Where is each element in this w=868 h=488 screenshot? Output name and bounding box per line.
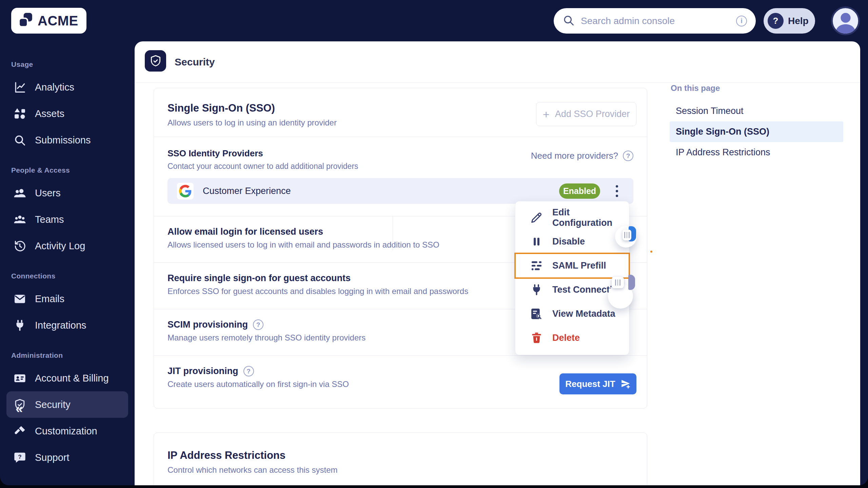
- on-this-page-title: On this page: [670, 83, 843, 93]
- svg-text:?: ?: [18, 453, 21, 460]
- page-header: Security: [135, 41, 860, 83]
- sidebar-section-label: Usage: [0, 60, 135, 69]
- doc-search-icon: [530, 308, 543, 320]
- plus-icon: +: [543, 109, 550, 120]
- question-circle-icon[interactable]: ?: [623, 151, 633, 161]
- pause-icon: [530, 235, 543, 248]
- menu-item-edit-configuration[interactable]: Edit Configuration: [515, 206, 629, 230]
- sidebar-item-emails[interactable]: Emails: [6, 286, 128, 312]
- menu-item-label: SAML Prefill: [552, 260, 606, 271]
- users-icon: [14, 187, 26, 199]
- request-jit-label: Request JIT: [565, 379, 615, 389]
- request-jit-button[interactable]: Request JIT: [559, 373, 636, 394]
- sidebar-item-users[interactable]: Users: [6, 180, 128, 206]
- search-icon: [14, 134, 26, 147]
- guest-sso-toggle[interactable]: [628, 275, 635, 290]
- menu-item-delete[interactable]: Delete: [515, 326, 629, 350]
- help-label: Help: [788, 16, 809, 26]
- sidebar-item-activity-log[interactable]: Activity Log: [6, 233, 128, 259]
- sidebar-item-label: Account & Billing: [35, 373, 109, 384]
- sidebar-item-label: Customization: [35, 426, 97, 437]
- search-input[interactable]: Search admin console i: [554, 8, 756, 34]
- trash-icon: [530, 332, 543, 344]
- sidebar-item-label: Submissions: [35, 135, 91, 146]
- on-this-page-link-ip-address-restrictions[interactable]: IP Address Restrictions: [670, 142, 843, 163]
- teams-icon: [14, 213, 26, 226]
- sidebar-item-label: Users: [35, 188, 61, 199]
- pencil-icon: [530, 211, 543, 224]
- menu-item-label: View Metadata: [552, 309, 615, 319]
- menu-item-saml-prefill[interactable]: SAML Prefill: [515, 254, 629, 278]
- id-card-icon: [14, 372, 26, 385]
- sidebar-item-customization[interactable]: Customization: [6, 418, 128, 444]
- user-avatar[interactable]: [831, 6, 860, 35]
- mail-icon: [14, 293, 26, 305]
- sidebar-item-integrations[interactable]: Integrations: [6, 312, 128, 338]
- help-button[interactable]: ? Help: [764, 8, 815, 34]
- support-chat-icon: ?: [14, 451, 26, 464]
- ip-title: IP Address Restrictions: [167, 449, 633, 462]
- info-circle-icon[interactable]: i: [736, 16, 747, 26]
- app-window: ACME Search admin console i ? Help: [0, 0, 868, 485]
- sidebar-item-label: Emails: [35, 293, 64, 305]
- menu-item-disable[interactable]: Disable: [515, 230, 629, 254]
- kebab-menu-icon[interactable]: [608, 182, 625, 199]
- search-icon: [563, 14, 575, 28]
- row-divider: [393, 216, 393, 250]
- toggle-drag-handle-icon[interactable]: [623, 230, 631, 240]
- need-more-label: Need more providers?: [531, 151, 618, 161]
- history-clock-icon: [14, 240, 26, 252]
- sidebar-item-assets[interactable]: Assets: [6, 100, 128, 127]
- sidebar-item-label: Assets: [35, 108, 64, 119]
- acme-squares-icon: [18, 12, 34, 29]
- sidebar-item-label: Analytics: [35, 82, 74, 93]
- question-circle-icon[interactable]: ?: [243, 366, 254, 376]
- plug-icon: [14, 319, 26, 332]
- sidebar-item-label: Security: [35, 399, 71, 410]
- status-badge: Enabled: [559, 183, 600, 199]
- add-sso-provider-label: Add SSO Provider: [555, 109, 630, 119]
- tune-sliders-icon: [530, 259, 543, 272]
- page-title: Security: [175, 56, 215, 68]
- top-bar: ACME Search admin console i ? Help: [0, 0, 868, 41]
- sidebar-collapse-icon[interactable]: «: [16, 402, 22, 416]
- sidebar-item-support[interactable]: ?Support: [6, 444, 128, 471]
- provider-row[interactable]: Customer Experience Enabled: [167, 178, 633, 204]
- sso-card-header: Single Sign-On (SSO) Allows users to log…: [154, 88, 647, 137]
- sidebar-item-label: Support: [35, 452, 70, 463]
- toggle-drag-handle-icon[interactable]: [612, 277, 624, 288]
- providers-subtitle: Contact your account owner to add additi…: [167, 162, 633, 171]
- analytics-icon: [14, 81, 26, 94]
- menu-item-label: Delete: [552, 333, 580, 343]
- shield-check-icon: [145, 50, 166, 72]
- person-icon: [833, 29, 859, 35]
- on-this-page-link-session-timeout[interactable]: Session Timeout: [670, 101, 843, 121]
- menu-item-label: Disable: [552, 236, 585, 247]
- sidebar-item-analytics[interactable]: Analytics: [6, 74, 128, 100]
- sidebar: UsageAnalyticsAssetsSubmissionsPeople & …: [0, 41, 135, 485]
- brand-logo[interactable]: ACME: [11, 8, 86, 34]
- on-this-page-link-single-sign-on-sso-[interactable]: Single Sign-On (SSO): [670, 121, 843, 142]
- question-circle-icon[interactable]: ?: [253, 319, 263, 330]
- main-panel: Security Single Sign-On (SSO) Allows use…: [135, 41, 860, 485]
- ip-subtitle: Control which networks can access this s…: [167, 465, 633, 475]
- ip-restrictions-card: IP Address Restrictions Control which ne…: [154, 432, 647, 485]
- sidebar-item-label: Integrations: [35, 320, 86, 331]
- plug-icon: [530, 284, 543, 296]
- need-more-providers-link[interactable]: Need more providers? ?: [531, 151, 633, 161]
- sidebar-item-label: Teams: [35, 214, 64, 225]
- sidebar-item-submissions[interactable]: Submissions: [6, 127, 128, 153]
- sidebar-item-label: Activity Log: [35, 240, 85, 252]
- question-circle-icon: ?: [768, 13, 784, 29]
- cursor-mark: [650, 251, 652, 253]
- sidebar-item-security[interactable]: Security: [6, 391, 128, 418]
- sidebar-item-teams[interactable]: Teams: [6, 206, 128, 233]
- paper-plane-plus-icon: [620, 379, 631, 389]
- sidebar-section-label: Administration: [0, 351, 135, 359]
- sidebar-section-label: People & Access: [0, 166, 135, 174]
- sidebar-item-account-billing[interactable]: Account & Billing: [6, 365, 128, 391]
- brand-name: ACME: [38, 13, 78, 28]
- add-sso-provider-button[interactable]: + Add SSO Provider: [536, 102, 636, 126]
- provider-name: Customer Experience: [203, 186, 559, 196]
- sidebar-section-label: Connections: [0, 272, 135, 280]
